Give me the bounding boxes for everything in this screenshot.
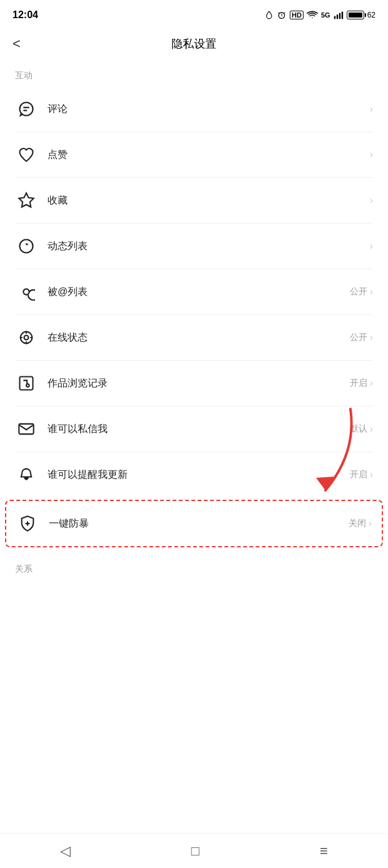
menu-label-dm: 谁可以私信我 — [48, 423, 350, 436]
svg-rect-3 — [339, 13, 340, 19]
menu-value-mention: 公开 — [350, 286, 367, 297]
menu-arrow-online: › — [370, 332, 373, 343]
svg-point-8 — [25, 245, 28, 247]
svg-rect-12 — [20, 377, 33, 390]
notify-icon — [15, 463, 38, 486]
battery-icon — [347, 11, 364, 19]
heart-icon — [15, 143, 38, 166]
menu-value-online: 公开 — [350, 332, 367, 343]
shield-item-wrapper: 一键防暴 关闭 › — [0, 500, 388, 547]
menu-item-dm[interactable]: 谁可以私信我 默认 › — [0, 406, 388, 452]
page-title: 隐私设置 — [171, 36, 217, 51]
compass-icon — [15, 235, 38, 257]
svg-rect-4 — [341, 11, 342, 19]
back-button[interactable]: < — [13, 36, 21, 52]
menu-arrow-collect: › — [370, 195, 373, 206]
status-bar: 12:04 HD 5G 62 — [0, 0, 388, 28]
svg-rect-1 — [334, 16, 335, 19]
menu-label-mention: 被@列表 — [48, 286, 350, 299]
section-label-hudong: 互动 — [0, 60, 388, 86]
menu-label-like: 点赞 — [48, 148, 367, 162]
menu-arrow-mention: › — [370, 286, 373, 297]
svg-point-9 — [23, 289, 29, 294]
menu-value-shield: 关闭 — [349, 518, 366, 529]
menu-item-online[interactable]: 在线状态 公开 › — [0, 315, 388, 360]
comment-icon — [15, 98, 38, 120]
menu-label-shield: 一键防暴 — [49, 517, 349, 530]
battery-percent: 62 — [367, 11, 375, 19]
svg-rect-2 — [336, 14, 337, 19]
nav-back-button[interactable]: ◁ — [45, 838, 86, 864]
dm-icon — [15, 418, 38, 440]
hd-badge: HD — [290, 11, 304, 19]
menu-label-comment: 评论 — [48, 103, 367, 116]
page-header: < 隐私设置 — [0, 28, 388, 60]
menu-label-dynamic: 动态列表 — [48, 240, 367, 253]
wifi-icon — [307, 11, 318, 19]
menu-item-dynamic[interactable]: 动态列表 › — [0, 224, 388, 269]
menu-arrow-like: › — [370, 149, 373, 160]
menu-item-shield[interactable]: 一键防暴 关闭 › — [5, 500, 383, 547]
menu-arrow-shield: › — [369, 518, 372, 529]
svg-point-13 — [26, 384, 29, 387]
online-icon — [15, 326, 38, 349]
signal-5g: 5G — [321, 11, 330, 19]
section-label-guanxi: 关系 — [0, 554, 388, 580]
menu-arrow-comment: › — [370, 103, 373, 115]
drop-icon — [265, 11, 273, 19]
menu-label-history: 作品浏览记录 — [48, 377, 350, 390]
menu-arrow-dm: › — [370, 423, 373, 435]
star-icon — [15, 189, 38, 212]
menu-value-dm: 默认 — [350, 423, 367, 435]
menu-value-history: 开启 — [350, 378, 367, 389]
status-time: 12:04 — [13, 9, 38, 21]
menu-item-mention[interactable]: 被@列表 公开 › — [0, 269, 388, 314]
menu-item-comment[interactable]: 评论 › — [0, 86, 388, 132]
menu-item-notify[interactable]: 谁可以提醒我更新 开启 › — [0, 452, 388, 497]
alarm-icon — [277, 10, 287, 20]
menu-label-online: 在线状态 — [48, 331, 350, 344]
menu-item-history[interactable]: 作品浏览记录 开启 › — [0, 361, 388, 406]
bottom-navigation: ◁ □ ≡ — [0, 833, 388, 868]
nav-home-button[interactable]: □ — [176, 838, 214, 864]
menu-arrow-dynamic: › — [370, 240, 373, 252]
history-icon — [15, 372, 38, 395]
menu-label-notify: 谁可以提醒我更新 — [48, 468, 350, 482]
svg-point-11 — [24, 336, 29, 340]
shield-plus-icon — [16, 512, 39, 535]
menu-arrow-history: › — [370, 378, 373, 389]
svg-marker-6 — [19, 193, 33, 207]
menu-item-collect[interactable]: 收藏 › — [0, 178, 388, 223]
signal-bars — [334, 11, 344, 19]
at-icon — [15, 281, 38, 303]
menu-label-collect: 收藏 — [48, 194, 367, 207]
status-icons: HD 5G 62 — [265, 10, 375, 20]
menu-item-like[interactable]: 点赞 › — [0, 132, 388, 177]
battery-level — [349, 13, 362, 18]
menu-value-notify: 开启 — [350, 469, 367, 480]
nav-menu-button[interactable]: ≡ — [305, 838, 343, 864]
menu-arrow-notify: › — [370, 469, 373, 480]
